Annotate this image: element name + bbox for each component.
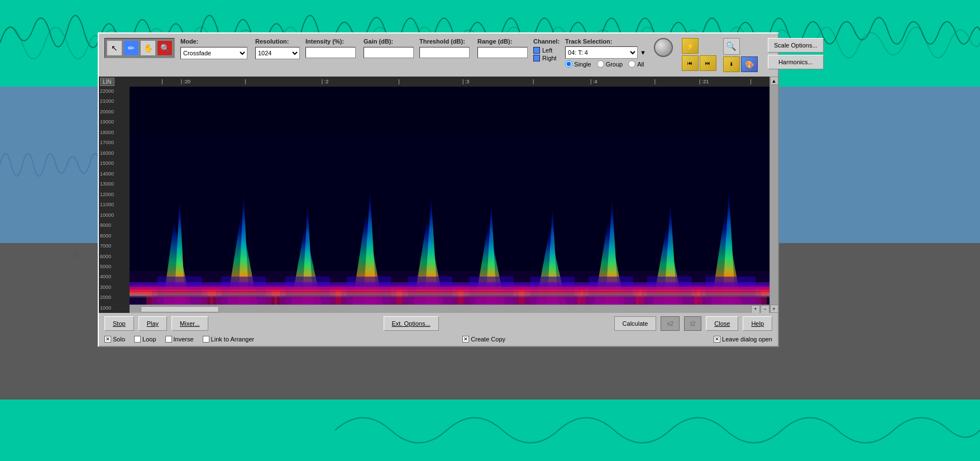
intensity-label: Intensity (%): xyxy=(305,38,356,45)
knob-area xyxy=(654,38,673,57)
channel-left-checkbox[interactable] xyxy=(533,47,540,54)
freq-22000: 22000 xyxy=(100,89,128,94)
link-arranger-checkbox[interactable] xyxy=(203,336,209,343)
svg-rect-72 xyxy=(352,170,353,172)
mode-resolution-group: Mode: Crossfade Smear Blur Remove Resolu… xyxy=(180,38,300,59)
radio-single[interactable] xyxy=(565,60,572,68)
gain-label: Gain (dB): xyxy=(364,38,414,45)
lightning-button[interactable]: ⚡ xyxy=(682,38,699,54)
layer-down-button[interactable]: ⬇ xyxy=(723,56,740,72)
scrollbar-controls: + − xyxy=(751,305,769,313)
resolution-label: Resolution: xyxy=(255,38,300,45)
magnify-button[interactable]: 🔍 xyxy=(723,38,740,55)
loop-checkbox[interactable] xyxy=(134,336,141,343)
link-arranger-checkbox-item: Link to Arranger xyxy=(203,336,255,343)
skip-back-button[interactable]: ⏮ xyxy=(682,55,699,71)
range-control: Range (dB): 0.0 xyxy=(477,38,528,58)
freq-labels-list: 22000 21000 20000 19000 18000 17000 1600… xyxy=(99,87,130,313)
checkbox-row: Solo Loop Inverse Link to Arranger Creat… xyxy=(99,334,778,346)
mode-control: Mode: Crossfade Smear Blur Remove xyxy=(180,38,247,59)
scale-harmonics-buttons: Scale Options... Harmonics... xyxy=(768,38,824,69)
pan-tool-button[interactable]: ✋ xyxy=(140,40,156,56)
time-21: | :21 xyxy=(699,79,709,84)
freq-20000: 20000 xyxy=(100,110,128,115)
toolbar: ↖ ✏ ✋ 🔍 Mode: Crossfade Smear Blur Remov… xyxy=(99,34,778,77)
vscroll-up[interactable]: ▲ xyxy=(770,77,778,85)
channel-right-checkbox[interactable] xyxy=(533,55,540,61)
leave-dialog-checkbox-item: Leave dialog open xyxy=(714,336,772,343)
leave-dialog-checkbox[interactable] xyxy=(714,336,720,343)
vscroll-down[interactable]: + xyxy=(770,305,778,313)
zoom-in-scroll[interactable]: + xyxy=(751,305,760,313)
track-select[interactable]: 04: T: 4 xyxy=(565,46,638,59)
svg-rect-84 xyxy=(686,168,687,169)
track-selection-group: Track Selection: 04: T: 4 ▼ Single Group xyxy=(565,38,646,68)
threshold-input[interactable]: 0.0 xyxy=(419,47,470,58)
color-swap-button[interactable]: 🎨 xyxy=(741,56,758,72)
spectrogram-area: LIN 22000 21000 20000 19000 18000 17000 … xyxy=(99,77,778,313)
play-button[interactable]: Play xyxy=(138,316,167,331)
resolution-select[interactable]: 256512102420484096 xyxy=(255,47,300,59)
lin-badge: LIN xyxy=(100,78,114,86)
mixer-button[interactable]: Mixer... xyxy=(171,316,208,331)
svg-rect-76 xyxy=(463,162,464,163)
radio-all[interactable] xyxy=(628,60,635,68)
solo-label: Solo xyxy=(113,336,125,343)
channel-right-item: Right xyxy=(533,55,560,61)
freq-17000: 17000 xyxy=(100,140,128,145)
freq-14000: 14000 xyxy=(100,172,128,177)
vertical-scrollbar[interactable]: ▲ + xyxy=(769,77,778,313)
skip-forward-button[interactable]: ⏭ xyxy=(700,55,716,71)
freq-1000: 1000 xyxy=(100,306,128,311)
mode-select[interactable]: Crossfade Smear Blur Remove xyxy=(180,47,247,59)
svg-rect-78 xyxy=(519,173,520,174)
draw-tool-button[interactable]: ✏ xyxy=(123,40,139,56)
track-selection-wrapper: Track Selection: 04: T: 4 ▼ Single Group xyxy=(565,38,646,68)
zoom-out-scroll[interactable]: − xyxy=(761,305,769,313)
inverse-checkbox[interactable] xyxy=(165,336,172,343)
radio-group[interactable] xyxy=(597,60,604,68)
gain-input[interactable]: 0.0 xyxy=(364,47,414,58)
link-arranger-label: Link to Arranger xyxy=(211,336,255,343)
threshold-label: Threshold (dB): xyxy=(419,38,470,45)
calc-x2-button[interactable]: x2 xyxy=(661,316,680,331)
channel-label: Channel: xyxy=(533,38,560,45)
bottom-bar: Stop Play Mixer... Ext. Options... Calcu… xyxy=(99,313,778,334)
freq-7000: 7000 xyxy=(100,244,128,249)
harmonics-button[interactable]: Harmonics... xyxy=(768,55,824,69)
ext-options-button[interactable]: Ext. Options... xyxy=(384,316,439,331)
knob-control[interactable] xyxy=(654,38,673,57)
calc-t2-button[interactable]: t2 xyxy=(684,316,701,331)
freq-8000: 8000 xyxy=(100,234,128,239)
freq-12000: 12000 xyxy=(100,192,128,197)
help-button[interactable]: Help xyxy=(743,316,772,331)
freq-16000: 16000 xyxy=(100,151,128,156)
horizontal-scrollbar[interactable]: + − xyxy=(130,305,769,313)
scrollbar-thumb[interactable] xyxy=(141,306,219,312)
svg-rect-69 xyxy=(269,176,270,177)
spectrogram-canvas-area[interactable] xyxy=(130,87,769,305)
svg-rect-77 xyxy=(491,179,493,179)
solo-checkbox-item: Solo xyxy=(104,336,125,343)
gain-control: Gain (dB): 0.0 xyxy=(364,38,414,58)
svg-rect-68 xyxy=(241,165,241,166)
erase-tool-button[interactable]: 🔍 xyxy=(157,40,173,56)
scale-options-button[interactable]: Scale Options... xyxy=(768,38,824,53)
create-copy-checkbox[interactable] xyxy=(462,336,469,343)
range-input[interactable]: 0.0 xyxy=(477,47,528,58)
channel-checkboxes: Left Right xyxy=(533,47,560,61)
leave-dialog-label: Leave dialog open xyxy=(722,336,772,343)
create-copy-checkbox-item: Create Copy xyxy=(462,336,505,343)
time-marker-1: | xyxy=(161,79,162,84)
freq-18000: 18000 xyxy=(100,130,128,135)
intensity-input[interactable]: 100.0 xyxy=(305,47,356,58)
close-button[interactable]: Close xyxy=(706,316,738,331)
stop-button[interactable]: Stop xyxy=(104,316,134,331)
lin-badge-row: LIN xyxy=(99,77,130,87)
intensity-gain-group: Intensity (%): 100.0 Gain (dB): 0.0 xyxy=(305,38,414,58)
icon-row-top: ⚡ xyxy=(682,38,716,54)
svg-rect-64 xyxy=(130,142,769,271)
calculate-button[interactable]: Calculate xyxy=(614,316,657,331)
select-tool-button[interactable]: ↖ xyxy=(107,40,122,56)
solo-checkbox[interactable] xyxy=(104,336,111,343)
